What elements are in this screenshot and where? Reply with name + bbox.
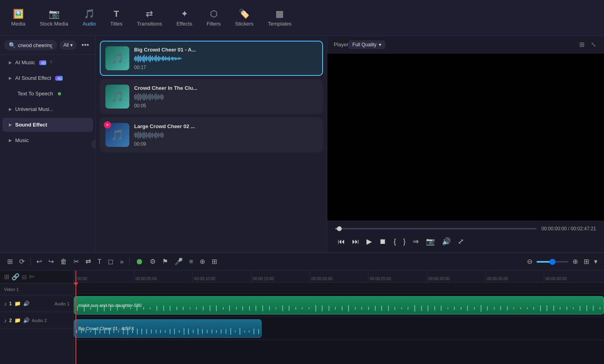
sidebar-item-ai-sound-effect[interactable]: ▶ AI Sound Effect AI [2,71,93,85]
audio-results-panel: 🎵 Big Crowd Cheer 01 - A... 00:17 🎵 Crow… [96,36,327,252]
nav-titles[interactable]: T Titles [103,6,130,30]
crop-button[interactable]: ◻ [105,256,116,267]
nav-stickers[interactable]: 🏷️ Stickers [228,6,261,30]
screenshot-button[interactable]: 📷 [424,235,437,247]
audio-thumbnail-1: 🎵 [105,46,129,70]
nav-media[interactable]: 🖼️ Media [4,6,32,30]
volume-button[interactable]: 🔊 [440,235,453,247]
search-bar: 🔍 All ▾ ••• [0,36,95,55]
split-button[interactable]: ⇄ [83,256,93,267]
audio-card-3[interactable]: ♥ 🎵 Large Crowd Cheer 02 ... 00:09 [100,117,323,152]
audio-card-2[interactable]: 🎵 Crowd Cheer In The Clu... 00:05 [100,79,323,114]
playhead[interactable] [75,271,76,364]
stickers-icon: 🏷️ [239,9,250,19]
zoom-area: ⊖ ⊕ [525,256,580,267]
audio1-track-row: mixkit-sun-and-his-daughter-580 [74,294,604,317]
magnet-button[interactable]: ⟳ [17,256,27,267]
audio-duration-1: 00:17 [134,65,317,70]
sidebar-item-ai-music[interactable]: ▶ AI Music AI ? [2,55,93,69]
frame-back-button[interactable]: ⏭ [350,236,362,247]
zoom-out-button[interactable]: ⊖ [525,256,535,267]
zoom-slider[interactable] [537,261,568,263]
sidebar-item-text-to-speech[interactable]: Text To Speech [2,87,93,101]
more-options-button[interactable]: ••• [79,40,91,50]
audio-track-icon: ♪ [4,301,7,307]
delete-button[interactable]: 🗑 [58,256,69,267]
clip-wave-1 [74,305,604,313]
audio-card-1[interactable]: 🎵 Big Crowd Cheer 01 - A... 00:17 [100,41,323,76]
player-buttons: ⏮ ⏭ ▶ ⏹ { } ⇒ 📷 🔊 ⤢ [335,235,596,247]
nav-filters[interactable]: ⬡ Filters [199,6,228,30]
right-panel: Player Full Quality ▾ ⊞ ⤡ 00:00:00:00 / [327,36,604,252]
link-button[interactable]: 🔗 [12,273,20,281]
audio1-folder-button[interactable]: 📁 [14,301,21,307]
audio1-volume-button[interactable]: 🔊 [23,301,30,307]
top-nav: 🖼️ Media 📷 Stock Media 🎵 Audio T Titles … [0,0,604,36]
more-button[interactable]: » [117,256,126,267]
chevron-icon: ▶ [9,138,12,142]
collapse-panel-button[interactable]: ‹ [91,140,96,148]
stop-button[interactable]: ⏹ [377,236,389,247]
audio1-clip[interactable]: mixkit-sun-and-his-daughter-580 [74,296,604,315]
zoom-in-button[interactable]: ⊕ [570,256,580,267]
toolbar-divider [30,257,31,266]
step-back-button[interactable]: ⏮ [335,236,347,247]
flag-button[interactable]: ⚑ [160,256,170,267]
out-point-button[interactable]: } [401,236,408,247]
audio2-volume-button[interactable]: 🔊 [23,317,30,323]
sidebar-item-universal-music[interactable]: ▶ Universal Musi... [2,102,93,116]
nav-templates[interactable]: ▦ Templates [261,6,299,30]
add-track-button[interactable]: ⊞ [4,273,9,281]
cut-button[interactable]: ✂ [71,256,81,267]
record-button[interactable]: ⏺ [133,255,146,268]
search-input-wrap[interactable]: 🔍 [4,40,57,50]
ai-badge: AI [55,76,63,81]
in-point-button[interactable]: { [391,236,398,247]
insert-button[interactable]: ⊞ [209,256,220,267]
music-icon: 🎵 [111,91,124,103]
undo-button[interactable]: ↩ [34,256,44,267]
nav-audio[interactable]: 🎵 Audio [75,6,103,30]
list-button[interactable]: ≡ [187,256,196,267]
progress-handle[interactable] [337,226,342,231]
ruler-mark-1: 00:00:05:00 [134,271,193,282]
trim-button[interactable]: ✄ [29,273,34,281]
nav-effects[interactable]: ✦ Effects [169,6,200,30]
quality-selector[interactable]: Full Quality ▾ [349,40,385,49]
sidebar-item-sound-effect[interactable]: ▶ Sound Effect [2,118,93,132]
filter-button[interactable]: All ▾ [59,40,77,50]
titles-icon: T [114,9,119,19]
audio2-track-row: Big Crowd Cheer 01 - AISFX [74,317,604,340]
mic-button[interactable]: 🎤 [172,256,185,267]
scene-view-button[interactable]: ⊞ [5,256,15,267]
time-current: 00:00:00:00 / 00:02:47:21 [541,226,596,231]
player-controls: 00:00:00:00 / 00:02:47:21 ⏮ ⏭ ▶ ⏹ { } ⇒ … [327,221,604,252]
search-input[interactable] [18,42,52,48]
video1-track-row [74,283,604,294]
ruler-mark-6: 00:00:30:00 [427,271,485,282]
timeline-tracks[interactable]: 00:00 00:00:05:00 00:00:10:00 00:00:15:0… [74,271,604,364]
export-button[interactable]: ⇒ [410,235,421,247]
redo-button[interactable]: ↪ [46,256,56,267]
nav-transitions[interactable]: ⇄ Transitions [130,6,169,30]
grid-view-button[interactable]: ⊞ [578,39,586,50]
settings-button[interactable]: ⚙ [147,256,158,267]
timeline-labels: ⊞ 🔗 ⊟ ✄ Video 1 ♪ 1 📁 🔊 Audio 1 ♪ 2 [0,271,74,364]
fullscreen-button[interactable]: ⤢ [455,235,466,247]
audio2-clip[interactable]: Big Crowd Cheer 01 - AISFX [74,319,261,338]
audio2-folder-button[interactable]: 📁 [14,317,21,323]
markers-button[interactable]: ⊕ [197,256,208,267]
expand-timeline-button[interactable]: ▾ [592,256,599,267]
sidebar-item-music[interactable]: ▶ Music [2,133,93,147]
templates-icon: ▦ [275,9,284,19]
text-button[interactable]: T [95,256,104,267]
split-track-button[interactable]: ⊟ [22,274,27,280]
progress-bar[interactable] [335,228,537,229]
player-progress: 00:00:00:00 / 00:02:47:21 [335,226,596,231]
ruler-mark-0: 00:00 [75,271,134,282]
expand-view-button[interactable]: ⤡ [589,39,598,50]
stock-media-icon: 📷 [49,9,59,19]
grid-toggle-button[interactable]: ⊞ [582,256,591,267]
play-button[interactable]: ▶ [364,235,374,247]
nav-stock-media[interactable]: 📷 Stock Media [32,6,75,30]
